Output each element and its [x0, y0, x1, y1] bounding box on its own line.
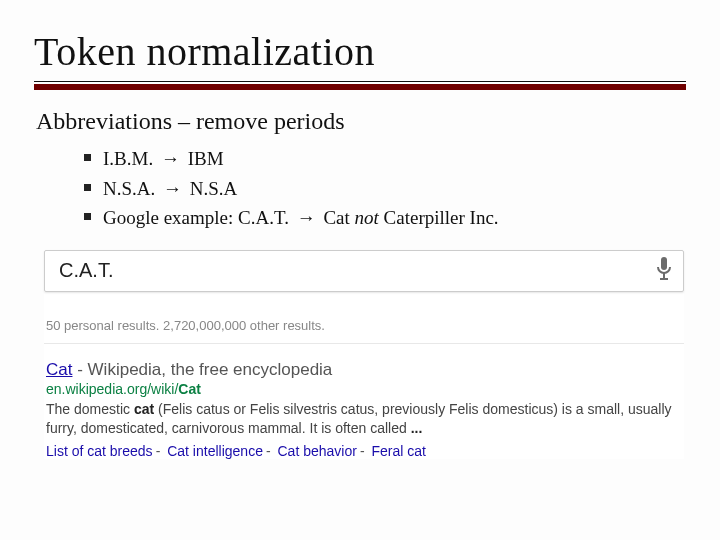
result-url-bold: Cat	[178, 381, 201, 397]
result-sublinks: List of cat breeds- Cat intelligence- Ca…	[46, 443, 684, 459]
slide-title: Token normalization	[34, 28, 686, 75]
rule-thick	[34, 84, 686, 90]
subheading: Abbreviations – remove periods	[36, 108, 686, 135]
abbrev-src: I.B.M.	[103, 148, 153, 169]
example-ital: not	[355, 207, 379, 228]
arrow-icon: →	[158, 148, 183, 169]
slide: Token normalization Abbreviations – remo…	[0, 0, 720, 540]
svg-rect-1	[663, 273, 665, 278]
sublink[interactable]: Cat behavior	[277, 443, 356, 459]
bullet-list: I.B.M. → IBM N.S.A. → N.S.A Google examp…	[84, 145, 686, 232]
result-title-rest: - Wikipedia, the free encyclopedia	[72, 360, 332, 379]
result-url-pre: en.wikipedia.org/wiki/	[46, 381, 178, 397]
list-item: Google example: C.A.T. → Cat not Caterpi…	[84, 204, 686, 232]
abbrev-dst: N.S.A	[190, 178, 238, 199]
example-end: Caterpiller Inc.	[384, 207, 499, 228]
result-title-link[interactable]: Cat	[46, 360, 72, 379]
search-bar[interactable]: C.A.T.	[44, 250, 684, 292]
result-snippet: The domestic cat (Felis catus or Felis s…	[46, 400, 682, 438]
rule-thin	[34, 81, 686, 82]
example-prefix: Google example: C.A.T.	[103, 207, 289, 228]
bullet-icon	[84, 184, 91, 191]
search-input[interactable]: C.A.T.	[59, 259, 655, 282]
svg-rect-2	[660, 278, 668, 280]
mic-icon[interactable]	[655, 256, 673, 286]
abbrev-src: N.S.A.	[103, 178, 155, 199]
bullet-icon	[84, 154, 91, 161]
arrow-icon: →	[294, 207, 319, 228]
sublink[interactable]: Feral cat	[371, 443, 425, 459]
result-url: en.wikipedia.org/wiki/Cat	[46, 381, 684, 397]
example-mid: Cat	[323, 207, 349, 228]
divider	[44, 343, 684, 344]
bullet-icon	[84, 213, 91, 220]
list-item: N.S.A. → N.S.A	[84, 175, 686, 203]
arrow-icon: →	[160, 178, 185, 199]
sublink[interactable]: List of cat breeds	[46, 443, 153, 459]
list-item: I.B.M. → IBM	[84, 145, 686, 173]
result-stats: 50 personal results. 2,720,000,000 other…	[46, 318, 684, 333]
result-title: Cat - Wikipedia, the free encyclopedia	[46, 360, 684, 380]
search-screenshot: C.A.T. 50 personal results. 2,720,000,00…	[44, 250, 684, 460]
sublink[interactable]: Cat intelligence	[167, 443, 263, 459]
abbrev-dst: IBM	[188, 148, 224, 169]
svg-rect-0	[661, 257, 667, 270]
